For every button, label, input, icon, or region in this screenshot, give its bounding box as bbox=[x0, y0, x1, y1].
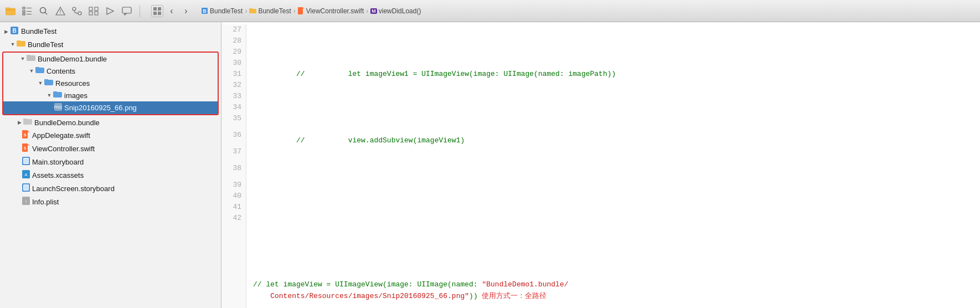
swift-viewcontroller-icon: S bbox=[22, 143, 30, 153]
code-content: 27 28 29 30 31 32 33 34 35 36 37 38 39 4… bbox=[221, 22, 980, 308]
sidebar-label-bundledemo: BundleDemo.bundle bbox=[34, 119, 100, 127]
line-num-29: 29 bbox=[226, 47, 241, 58]
sidebar-label-bundletest-folder: BundleTest bbox=[28, 40, 63, 49]
sidebar-label-contents: Contents bbox=[47, 67, 75, 75]
grid-icon[interactable] bbox=[87, 5, 100, 17]
warning-icon[interactable]: ! bbox=[54, 5, 66, 17]
svg-rect-60 bbox=[24, 185, 28, 190]
svg-marker-48 bbox=[28, 130, 30, 132]
sidebar-item-launchscreen[interactable]: LaunchScreen.storyboard bbox=[0, 182, 221, 195]
code-line-30 bbox=[253, 235, 973, 246]
breadcrumb-project-label: BundleTest bbox=[210, 7, 243, 15]
svg-marker-19 bbox=[107, 8, 114, 14]
toolbar: ! ‹ › B BundleTest › BundleTest › ViewCo… bbox=[0, 0, 980, 22]
svg-line-10 bbox=[45, 12, 47, 14]
code-line-29 bbox=[253, 191, 973, 202]
sidebar-label-snip-png: Snip20160925_66.png bbox=[64, 104, 137, 112]
forward-button[interactable]: › bbox=[180, 5, 192, 17]
svg-rect-22 bbox=[158, 7, 161, 11]
svg-text:B: B bbox=[12, 28, 16, 34]
line-num-42: 42 bbox=[226, 213, 241, 224]
svg-text:S: S bbox=[24, 146, 27, 150]
sidebar-item-viewcontroller[interactable]: S ViewController.swift bbox=[0, 142, 221, 155]
line-num-30: 30 bbox=[226, 58, 241, 69]
code-line-28: // view.addSubview(imageView1) bbox=[253, 124, 973, 157]
svg-point-14 bbox=[78, 12, 81, 15]
git-icon[interactable] bbox=[71, 5, 83, 17]
toolbar-separator bbox=[140, 5, 140, 17]
svg-rect-18 bbox=[95, 12, 98, 15]
sidebar-item-bundletest-root[interactable]: ▶ B BundleTest bbox=[0, 24, 221, 38]
bundle-bundledemo1-icon bbox=[27, 54, 35, 63]
search-icon[interactable] bbox=[38, 5, 50, 17]
code-lines: // let imageView1 = UIImageView(image: U… bbox=[246, 24, 980, 308]
sidebar-label-images: images bbox=[64, 91, 87, 100]
sidebar-label-appdelegate: AppDelegate.swift bbox=[32, 131, 90, 140]
svg-rect-34 bbox=[17, 40, 20, 42]
sidebar-item-images[interactable]: ▼ images bbox=[3, 89, 218, 101]
svg-rect-20 bbox=[122, 7, 131, 13]
breadcrumb-file-label: ViewController.swift bbox=[306, 7, 364, 15]
breadcrumb-project[interactable]: B BundleTest bbox=[201, 7, 243, 15]
sidebar-item-bundledemo[interactable]: ▶ BundleDemo.bundle bbox=[0, 116, 221, 129]
line-num-39: 39 bbox=[226, 179, 241, 191]
breadcrumb-folder-label: BundleTest bbox=[258, 7, 291, 15]
sidebar-label-resources: Resources bbox=[55, 79, 90, 88]
sidebar-label-viewcontroller: ViewController.swift bbox=[32, 145, 95, 153]
bundle-highlight-box: ▼ BundleDemo1.bundle ▼ Contents ▼ bbox=[2, 52, 219, 115]
svg-rect-16 bbox=[95, 7, 98, 11]
breadcrumb-file[interactable]: ViewController.swift bbox=[298, 7, 364, 15]
folder-images-icon bbox=[53, 91, 62, 100]
svg-marker-51 bbox=[28, 143, 30, 146]
breadcrumb-method-label: viewDidLoad() bbox=[379, 7, 421, 15]
line-num-32: 32 bbox=[226, 80, 241, 91]
line-num-37: 37 bbox=[226, 146, 241, 157]
svg-point-13 bbox=[73, 7, 76, 11]
arrow-bundletest-root: ▶ bbox=[2, 29, 10, 34]
sidebar-item-resources[interactable]: ▼ Resources bbox=[3, 77, 218, 89]
breadcrumb-folder[interactable]: BundleTest bbox=[249, 7, 291, 15]
svg-text:A: A bbox=[24, 172, 28, 177]
arrow-images: ▼ bbox=[45, 93, 53, 98]
svg-rect-17 bbox=[89, 12, 92, 15]
sidebar-item-snip-png[interactable]: PNG Snip20160925_66.png bbox=[3, 101, 218, 114]
sidebar-item-contents[interactable]: ▼ Contents bbox=[3, 65, 218, 77]
code-editor[interactable]: 27 28 29 30 31 32 33 34 35 36 37 38 39 4… bbox=[221, 22, 980, 308]
folder-icon[interactable] bbox=[4, 5, 17, 17]
swift-appdelegate-icon: S bbox=[22, 130, 30, 140]
line-num-34: 34 bbox=[226, 102, 241, 113]
svg-rect-3 bbox=[23, 7, 25, 9]
sidebar-item-appdelegate[interactable]: S AppDelegate.swift bbox=[0, 129, 221, 142]
svg-text:S: S bbox=[24, 133, 27, 137]
line-num-35: 35 bbox=[226, 113, 241, 124]
play-icon[interactable] bbox=[104, 5, 116, 17]
sidebar-item-assets[interactable]: A Assets.xcassets bbox=[0, 168, 221, 182]
back-button[interactable]: ‹ bbox=[166, 5, 178, 17]
folder-bundletest-icon bbox=[17, 40, 25, 49]
plist-icon: i bbox=[22, 197, 30, 207]
sidebar-item-bundletest-folder[interactable]: ▼ BundleTest bbox=[0, 38, 221, 50]
svg-text:PNG: PNG bbox=[54, 105, 62, 109]
arrow-contents: ▼ bbox=[28, 68, 35, 74]
svg-text:B: B bbox=[203, 8, 207, 14]
grid-view-icon[interactable] bbox=[151, 5, 163, 17]
line-num-40: 40 bbox=[226, 191, 241, 202]
breadcrumb-method[interactable]: M viewDidLoad() bbox=[370, 7, 421, 15]
breadcrumb-sep-3: › bbox=[366, 7, 368, 15]
breadcrumb-sep-1: › bbox=[245, 7, 247, 15]
sidebar-label-launchscreen: LaunchScreen.storyboard bbox=[32, 184, 115, 193]
svg-rect-28 bbox=[249, 8, 252, 10]
sidebar-label-assets: Assets.xcassets bbox=[32, 171, 84, 179]
comment-icon[interactable] bbox=[121, 5, 133, 17]
project-icon: B bbox=[10, 26, 19, 37]
code-line-31: // let imageView = UIImageView(image: UI… bbox=[253, 279, 973, 302]
sidebar-item-main-storyboard[interactable]: Main.storyboard bbox=[0, 155, 221, 168]
hierarchy-icon[interactable] bbox=[21, 5, 33, 17]
svg-rect-21 bbox=[153, 7, 157, 11]
sidebar-item-info-plist[interactable]: i Info.plist bbox=[0, 195, 221, 208]
code-chinese-annotation-1: 使用方式一：全路径 bbox=[482, 291, 546, 300]
sidebar-item-bundledemo1[interactable]: ▼ BundleDemo1.bundle bbox=[3, 53, 218, 65]
line-num-27: 27 bbox=[226, 24, 241, 35]
svg-rect-29 bbox=[298, 7, 303, 14]
sidebar-label-bundletest-root: BundleTest bbox=[21, 27, 56, 35]
